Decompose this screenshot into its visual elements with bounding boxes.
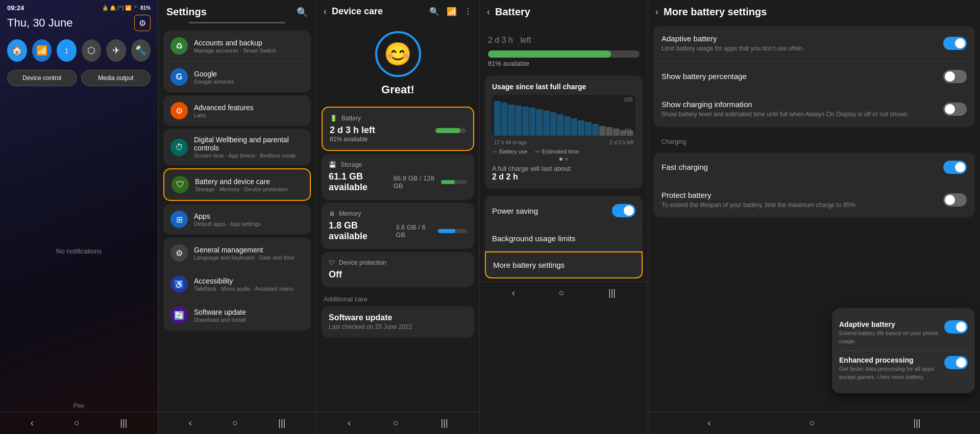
bar-4 — [522, 107, 529, 136]
more-battery-settings-item[interactable]: More battery settings — [485, 251, 643, 278]
more-battery-back-button[interactable]: ‹ — [655, 7, 658, 17]
nav-bar-p3: ‹ ○ ||| — [316, 412, 479, 434]
fast-charging-item[interactable]: Fast charging — [653, 152, 975, 183]
home-button-p3[interactable]: ○ — [385, 415, 407, 431]
software-update-item[interactable]: 🔄 Software update Download and install — [163, 300, 311, 330]
bar-1 — [501, 103, 508, 136]
wifi-toggle[interactable]: 📶 — [32, 39, 52, 62]
power-saving-item[interactable]: Power saving — [485, 196, 643, 226]
wellbeing-item[interactable]: ⏱ Digital Wellbeing and parental control… — [163, 129, 311, 165]
chart-bars — [492, 95, 635, 136]
power-saving-label: Power saving — [492, 207, 538, 215]
apps-sub: Default apps · App settings — [194, 221, 304, 227]
apps-section: ⊞ Apps Default apps · App settings — [163, 204, 311, 235]
popup-enhanced-toggle[interactable] — [944, 356, 968, 369]
home-button-p4[interactable]: ○ — [551, 285, 573, 301]
bar-11 — [571, 118, 578, 136]
bar-15 — [599, 126, 606, 136]
legend-battery-dot — [492, 151, 497, 152]
power-saving-toggle[interactable] — [612, 204, 635, 217]
adaptive-battery-item[interactable]: Adaptive battery Limit battery usage for… — [653, 26, 975, 62]
show-charging-sub: Show battery level and estimated time un… — [662, 110, 937, 119]
advanced-features-item[interactable]: ⚙ Advanced features Labs — [163, 95, 311, 126]
apps-item[interactable]: ⊞ Apps Default apps · App settings — [163, 204, 311, 235]
popup-adaptive-title: Adaptive battery — [839, 320, 939, 328]
back-button-p3[interactable]: ‹ — [339, 415, 359, 431]
media-output-button[interactable]: Media output — [81, 70, 151, 86]
recents-button-p1[interactable]: ||| — [112, 415, 135, 431]
device-care-back-button[interactable]: ‹ — [324, 6, 327, 17]
battery-sub: Storage · Memory · Device protection — [195, 186, 303, 192]
popup-adaptive-toggle[interactable] — [944, 320, 968, 334]
device-care-title: Device care — [332, 6, 424, 17]
recents-button-p2[interactable]: ||| — [270, 415, 293, 431]
battery-time-display: 2 d 3 h left — [488, 29, 640, 46]
quick-settings-row: 🏠 📶 ↕ ⬡ ✈ 🔦 — [0, 35, 158, 66]
show-charging-item[interactable]: Show charging information Show battery l… — [653, 92, 975, 127]
recents-button-p3[interactable]: ||| — [433, 415, 456, 431]
chart-labels: 17 h 44 m ago 2 d 3 h left — [492, 139, 635, 146]
back-button-p4[interactable]: ‹ — [504, 285, 523, 301]
general-management-item[interactable]: ⚙ General management Language and keyboa… — [163, 238, 311, 269]
smarthings-icon[interactable]: 🏠 — [7, 39, 27, 62]
battery-care-card[interactable]: 🔋 Battery 2 d 3 h left 81% available — [322, 107, 474, 151]
memory-care-card[interactable]: 🖥 Memory 1.8 GB available 3.6 GB / 6 GB — [322, 203, 474, 249]
battery-icon: 🛡 — [172, 176, 189, 193]
device-control-button[interactable]: Device control — [7, 70, 77, 86]
settings-list: ♻ Accounts and backup Manage accounts · … — [158, 28, 316, 412]
battery-available-text: 81% available — [330, 136, 466, 143]
usage-title: Usage since last full charge — [492, 83, 635, 91]
show-percentage-item[interactable]: Show battery percentage — [653, 62, 975, 92]
bell-icon: 🔔 — [110, 5, 116, 11]
more-battery-panel: ‹ More battery settings Adaptive battery… — [648, 0, 980, 434]
software-update-card[interactable]: Software update Last checked on 25 June … — [322, 306, 474, 338]
fast-charging-toggle[interactable] — [943, 161, 967, 174]
full-charge-value: 2 d 2 h — [492, 172, 635, 182]
airplane-toggle[interactable]: ✈ — [106, 39, 126, 62]
memory-progress-bar — [438, 229, 467, 233]
popup-enhanced-item[interactable]: Enhanced processing Get faster data proc… — [839, 351, 968, 386]
settings-gear-button[interactable]: ⚙ — [134, 15, 151, 31]
show-percentage-toggle[interactable] — [943, 70, 967, 83]
chart-legend: Battery use Estimated time — [492, 148, 635, 155]
search-button[interactable]: 🔍 — [297, 7, 308, 18]
device-care-search-icon[interactable]: 🔍 — [429, 7, 439, 16]
protect-battery-toggle[interactable] — [943, 193, 967, 207]
protect-battery-item[interactable]: Protect battery To extend the lifespan o… — [653, 183, 975, 218]
storage-bar-fill — [441, 180, 455, 184]
recents-button-p4[interactable]: ||| — [600, 285, 624, 301]
battery-time-label: left — [520, 36, 531, 44]
battery-back-button[interactable]: ‹ — [487, 7, 490, 17]
accounts-backup-item[interactable]: ♻ Accounts and backup Manage accounts · … — [163, 31, 311, 62]
legend-estimated-label: Estimated time — [542, 148, 579, 155]
background-limits-item[interactable]: Background usage limits — [485, 226, 643, 251]
protection-care-card[interactable]: 🛡 Device protection Off — [322, 252, 474, 287]
storage-card-icon: 💾 — [329, 161, 336, 168]
google-item[interactable]: G Google Google services — [163, 62, 311, 92]
home-button-p2[interactable]: ○ — [224, 415, 246, 431]
home-button-p5[interactable]: ○ — [801, 415, 823, 431]
legend-estimated-dot — [535, 151, 540, 152]
legend-estimated: Estimated time — [535, 148, 579, 155]
battery-item[interactable]: 🛡 Battery and device care Storage · Memo… — [164, 169, 310, 200]
bluetooth-toggle[interactable]: ⬡ — [82, 39, 102, 62]
storage-care-card[interactable]: 💾 Storage 61.1 GB available 66.9 GB / 12… — [322, 154, 474, 200]
date-text: Thu, 30 June — [7, 16, 72, 30]
data-toggle[interactable]: ↕ — [57, 39, 77, 62]
back-button-p1[interactable]: ‹ — [22, 415, 42, 431]
device-care-more-icon[interactable]: ⋮ — [464, 7, 472, 16]
home-button-p1[interactable]: ○ — [66, 415, 88, 431]
settings-header: Settings 🔍 — [158, 0, 316, 22]
flashlight-toggle[interactable]: 🔦 — [131, 39, 151, 62]
popup-adaptive-item[interactable]: Adaptive battery Extend battery life bas… — [839, 315, 968, 351]
advanced-title: Advanced features — [194, 104, 304, 112]
back-button-p2[interactable]: ‹ — [181, 415, 200, 431]
adaptive-battery-toggle[interactable] — [943, 37, 967, 50]
wellbeing-icon: ⏱ — [170, 139, 188, 156]
accounts-icon: ♻ — [170, 37, 188, 55]
recents-button-p5[interactable]: ||| — [905, 415, 928, 431]
show-charging-toggle[interactable] — [943, 103, 967, 116]
back-button-p5[interactable]: ‹ — [700, 415, 719, 431]
accessibility-item[interactable]: ♿ Accessibility TalkBack · Mono audio · … — [163, 269, 311, 300]
google-icon: G — [170, 68, 188, 86]
